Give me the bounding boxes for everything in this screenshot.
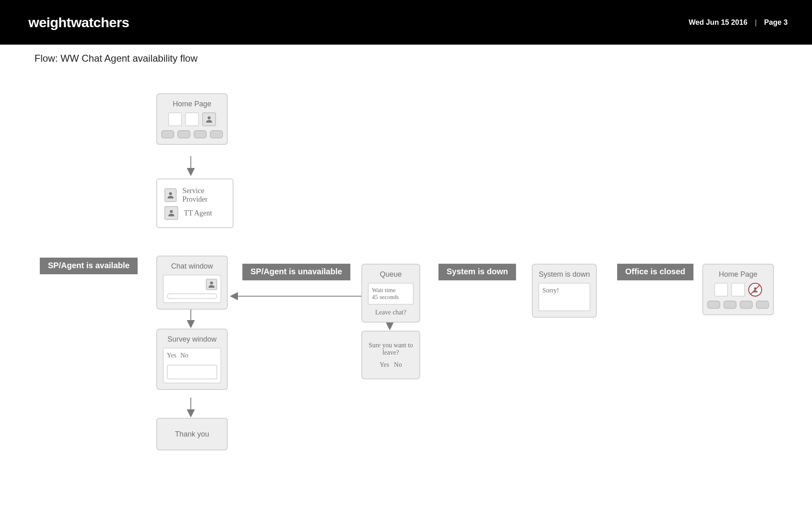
node-title: Chat window: [171, 262, 213, 271]
wait-time-line2: 45 seconds: [372, 294, 410, 301]
confirm-question: Sure you want to leave?: [368, 342, 414, 356]
svg-point-6: [169, 192, 172, 195]
placeholder-tile: [731, 283, 745, 297]
agent-type-label: TT Agent: [184, 209, 212, 217]
node-title: Home Page: [173, 100, 211, 108]
meta-separator: |: [755, 18, 757, 27]
doc-date: Wed Jun 15 2016: [689, 18, 747, 27]
person-icon: [164, 206, 178, 220]
nav-pill: [177, 130, 190, 138]
nav-pill: [161, 130, 174, 138]
brand-logo: weightwatchers: [28, 15, 129, 30]
label-office-closed: Office is closed: [617, 264, 693, 280]
flow-title: Flow: WW Chat Agent availability flow: [0, 45, 812, 64]
list-item: Service Provider: [164, 187, 225, 204]
placeholder-tile: [714, 283, 728, 297]
node-home-page: Home Page: [156, 93, 228, 145]
flow-canvas: Flow: WW Chat Agent availability flow SP…: [0, 45, 812, 525]
sorry-panel: Sorry!: [538, 283, 590, 311]
label-agent-available: SP/Agent is available: [40, 258, 138, 274]
svg-point-5: [207, 116, 210, 119]
label-agent-unavailable: SP/Agent is unavailable: [242, 264, 350, 280]
node-home-page-closed: Home Page: [702, 264, 774, 315]
avatar-icon: [202, 112, 216, 126]
option-no: No: [394, 361, 402, 368]
sorry-text: Sorry!: [542, 287, 559, 294]
nav-pill: [723, 301, 736, 309]
nav-pill: [756, 301, 769, 309]
node-chat-window: Chat window: [156, 256, 228, 310]
option-yes: Yes: [380, 361, 389, 368]
node-survey-window: Survey window Yes No: [156, 329, 228, 390]
avatar-icon: [206, 279, 217, 290]
top-bar: weightwatchers Wed Jun 15 2016 | Page 3: [0, 0, 812, 45]
svg-point-7: [170, 210, 173, 213]
page-number: Page 3: [764, 18, 788, 27]
wait-time-line1: Wait time: [372, 287, 410, 294]
node-system-down: System is down Sorry!: [532, 264, 597, 318]
nav-pill: [194, 130, 207, 138]
svg-point-9: [754, 287, 756, 290]
node-title: Home Page: [719, 270, 757, 279]
textarea-placeholder: [167, 365, 217, 379]
node-thank-you: Thank you: [156, 418, 228, 450]
nav-pill: [740, 301, 753, 309]
nav-pill: [707, 301, 720, 309]
label-system-down: System is down: [438, 264, 516, 280]
nav-pill: [210, 130, 223, 138]
doc-meta: Wed Jun 15 2016 | Page 3: [689, 18, 788, 27]
no-agent-icon: [748, 283, 762, 297]
chat-input-placeholder: [167, 293, 217, 299]
option-no: No: [180, 352, 188, 359]
node-title: System is down: [539, 270, 590, 279]
person-icon: [164, 188, 177, 202]
node-title: Survey window: [167, 335, 216, 344]
node-leave-confirm: Sure you want to leave? Yes No: [361, 331, 420, 379]
option-yes: Yes: [167, 352, 176, 359]
node-agent-select: Service Provider TT Agent: [156, 179, 233, 228]
svg-point-8: [210, 282, 213, 284]
list-item: TT Agent: [164, 206, 225, 220]
leave-chat-link: Leave chat?: [375, 309, 406, 316]
placeholder-tile: [168, 112, 182, 126]
agent-type-label: Service Provider: [182, 187, 225, 204]
node-title: Thank you: [175, 430, 209, 439]
node-title: Queue: [380, 270, 402, 279]
node-queue: Queue Wait time 45 seconds Leave chat?: [361, 264, 420, 323]
placeholder-tile: [185, 112, 199, 126]
